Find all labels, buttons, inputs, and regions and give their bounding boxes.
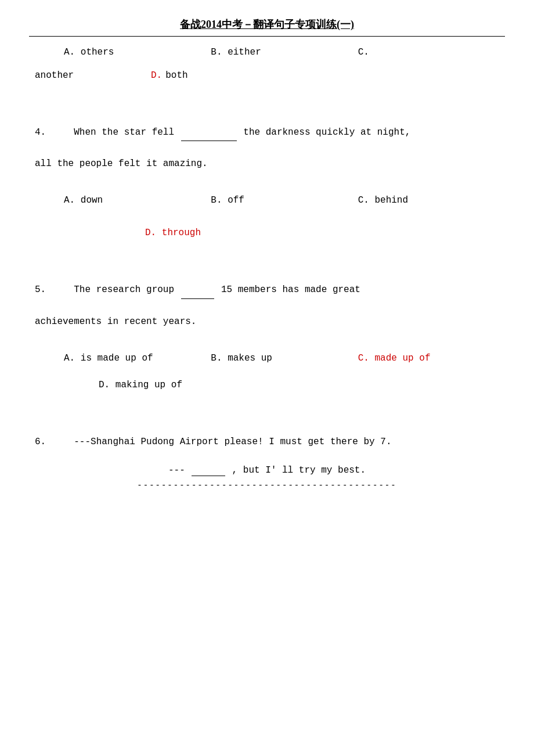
- q3-option-d-label: D.: [151, 70, 162, 81]
- q4-text1: 4. When the star fell the darkness quick…: [29, 125, 505, 141]
- q3-options-row2: another D. both: [29, 70, 505, 81]
- q3-option-a: A. others: [64, 47, 211, 57]
- q6-text2: ---: [168, 465, 185, 476]
- q3-option-c: C.: [358, 47, 505, 57]
- q4-text2: all the people felt it amazing.: [29, 156, 505, 172]
- q3-options-row1: A. others B. either C.: [29, 47, 505, 57]
- q6-text2-row: --- , but I' ll try my best.: [29, 465, 505, 476]
- q5-text-part1: The research group: [74, 285, 174, 295]
- q5-option-b: B. makes up: [211, 353, 358, 363]
- q4-text-part1: When the star fell: [74, 127, 174, 138]
- q3-option-b: B. either: [211, 47, 358, 57]
- q5-option-d-text: D. making up of: [99, 380, 182, 390]
- q5-option-d: D. making up of: [29, 380, 505, 390]
- q5-block: 5. The research group 15 members has mad…: [29, 282, 505, 390]
- bottom-divider: ----------------------------------------…: [29, 481, 505, 490]
- q4-blank: [181, 125, 237, 141]
- q5-number: 5.: [35, 285, 46, 295]
- page: 备战2014中考－翻译句子专项训练(一) A. others B. either…: [0, 0, 534, 756]
- q3-option-another: another: [35, 70, 151, 81]
- q4-option-a: A. down: [64, 195, 211, 206]
- q6-blank: [192, 465, 225, 476]
- q4-number: 4.: [35, 127, 46, 138]
- q5-text1: 5. The research group 15 members has mad…: [29, 282, 505, 298]
- q4-options-row: A. down B. off C. behind: [29, 195, 505, 206]
- q6-block: 6. ---Shanghai Pudong Airport please! I …: [29, 434, 505, 490]
- page-title: 备战2014中考－翻译句子专项训练(一): [29, 17, 505, 31]
- q4-option-d: D. through: [29, 228, 505, 238]
- q5-option-a: A. is made up of: [64, 353, 211, 363]
- q4-option-c: C. behind: [358, 195, 505, 206]
- q5-text2: achievements in recent years.: [29, 314, 505, 330]
- q4-option-b: B. off: [211, 195, 358, 206]
- q6-text-part1: ---Shanghai Pudong Airport please! I mus…: [74, 437, 391, 447]
- q4-text-part2: the darkness quickly at night,: [243, 127, 410, 138]
- q4-option-d-text: D. through: [145, 228, 201, 238]
- title-divider: [29, 36, 505, 37]
- q6-text1: 6. ---Shanghai Pudong Airport please! I …: [29, 434, 505, 450]
- q6-text3: , but I' ll try my best.: [232, 465, 366, 476]
- q4-block: 4. When the star fell the darkness quick…: [29, 125, 505, 238]
- q5-option-c: C. made up of: [358, 353, 505, 363]
- q5-blank: [181, 282, 215, 298]
- q5-text-part2: 15 members has made great: [221, 285, 360, 295]
- q3-option-d-text: both: [165, 70, 187, 81]
- q6-number: 6.: [35, 437, 46, 447]
- q5-options-row: A. is made up of B. makes up C. made up …: [29, 353, 505, 363]
